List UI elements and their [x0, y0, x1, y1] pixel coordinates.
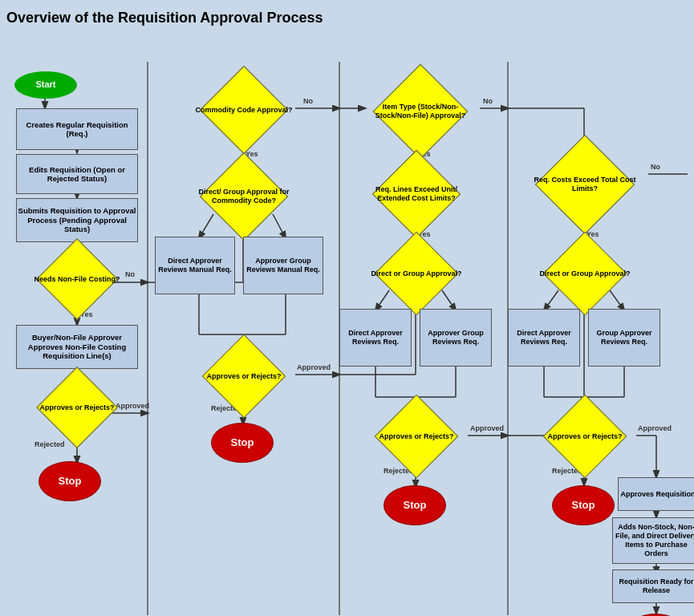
svg-text:Rejected: Rejected: [34, 440, 65, 448]
stop-2-node: Stop: [211, 423, 274, 463]
adds-nonstock-label: Adds Non-Stock, Non-File, and Direct Del…: [613, 523, 694, 557]
req-ready-label: Requisition Ready for Release: [613, 578, 694, 595]
approves-requisition-label: Approves Requisition: [620, 490, 694, 499]
direct-approver-reviews-1-label: Direct Approver Reviews Manual Req.: [156, 257, 234, 274]
stop-3-node: Stop: [384, 485, 446, 525]
buyer-approver-node: Buyer/Non-File Approver Approves Non-Fil…: [16, 325, 138, 369]
start-label: Start: [35, 79, 55, 90]
approver-group-reviews-1-label: Approver Group Reviews Manual Req.: [244, 257, 323, 274]
approver-group-reviews-1-node: Approver Group Reviews Manual Req.: [243, 237, 323, 294]
direct-approver-reviews-3-node: Direct Approver Reviews Req.: [508, 309, 580, 367]
stop-4-label: Stop: [572, 499, 595, 512]
edits-req-label: Edits Requisition (Open or Rejected Stat…: [17, 165, 137, 184]
req-costs-exceed-wrap: Req. Costs Exceed Total Cost Limits?: [526, 146, 644, 222]
approver-group-reviews-2-label: Approver Group Reviews Req.: [420, 329, 491, 346]
item-type-wrap: Item Type (Stock/Non-Stock/Non-File) App…: [357, 76, 484, 147]
needs-nonfile-wrap: Needs Non-File Costing?: [16, 248, 138, 310]
page-title: Overview of the Requisition Approval Pro…: [6, 6, 688, 30]
direct-group-approval-3-wrap: Direct or Group Approval?: [526, 242, 644, 305]
group-approver-reviews-3-node: Group Approver Reviews Req.: [588, 309, 660, 367]
creates-req-node: Creates Regular Requisition (Req.): [16, 108, 138, 150]
submits-req-node: Submits Requisition to Approval Process …: [16, 198, 138, 242]
direct-approver-reviews-1-node: Direct Approver Reviews Manual Req.: [155, 237, 235, 294]
approves-rejects-3-wrap: Approves or Rejects?: [357, 405, 476, 468]
stop-1-node: Stop: [39, 461, 101, 501]
svg-text:No: No: [651, 163, 660, 171]
submits-req-label: Submits Requisition to Approval Process …: [17, 206, 137, 233]
svg-text:No: No: [303, 97, 313, 105]
approves-rejects-1-wrap: Approves or Rejects?: [16, 376, 138, 439]
direct-approver-reviews-2-node: Direct Approver Reviews Req.: [339, 309, 412, 367]
approves-requisition-node: Approves Requisition: [618, 477, 694, 511]
adds-nonstock-node: Adds Non-Stock, Non-File, and Direct Del…: [612, 517, 694, 564]
edits-req-node: Edits Requisition (Open or Rejected Stat…: [16, 154, 138, 194]
direct-group-commodity-wrap: Direct/ Group Approval for Commodity Cod…: [185, 164, 303, 229]
stop-1-label: Stop: [59, 475, 82, 488]
stop-3-label: Stop: [404, 499, 427, 512]
commodity-code-wrap: Commodity Code Approval?: [185, 78, 303, 142]
diagram-area: No Yes Approved Rejected No Yes: [6, 38, 688, 616]
stop-2-label: Stop: [231, 436, 254, 449]
approves-rejects-4-wrap: Approves or Rejects?: [526, 405, 644, 468]
stop-4-node: Stop: [552, 485, 615, 525]
svg-text:No: No: [483, 97, 493, 105]
approves-rejects-2-wrap: Approves or Rejects?: [185, 345, 303, 407]
approver-group-reviews-2-node: Approver Group Reviews Req.: [420, 309, 492, 367]
req-lines-exceed-wrap: Req. Lines Exceed Unit/ Extended Cost Li…: [357, 162, 476, 226]
start-node: Start: [14, 71, 77, 99]
direct-approver-reviews-2-label: Direct Approver Reviews Req.: [340, 329, 411, 346]
direct-group-approval-2-wrap: Direct or Group Approval?: [357, 242, 476, 305]
creates-req-label: Creates Regular Requisition (Req.): [17, 120, 137, 139]
direct-approver-reviews-3-label: Direct Approver Reviews Req.: [509, 329, 579, 346]
group-approver-reviews-3-label: Group Approver Reviews Req.: [589, 329, 660, 346]
buyer-approver-label: Buyer/Non-File Approver Approves Non-Fil…: [17, 333, 137, 360]
req-ready-node: Requisition Ready for Release: [612, 569, 694, 603]
